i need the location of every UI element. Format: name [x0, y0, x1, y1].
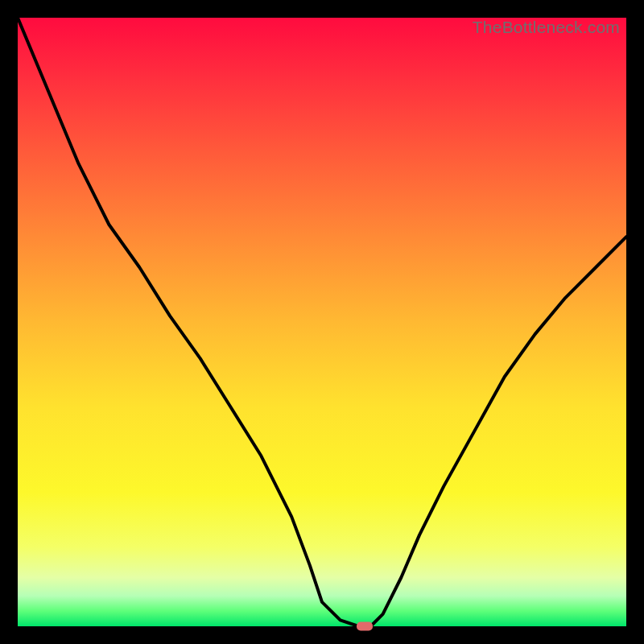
- minimum-marker: [357, 622, 373, 631]
- chart-plot-area: TheBottleneck.com: [18, 18, 626, 626]
- bottleneck-curve: [18, 18, 626, 626]
- curve-path: [18, 18, 626, 626]
- chart-frame: TheBottleneck.com: [0, 0, 644, 644]
